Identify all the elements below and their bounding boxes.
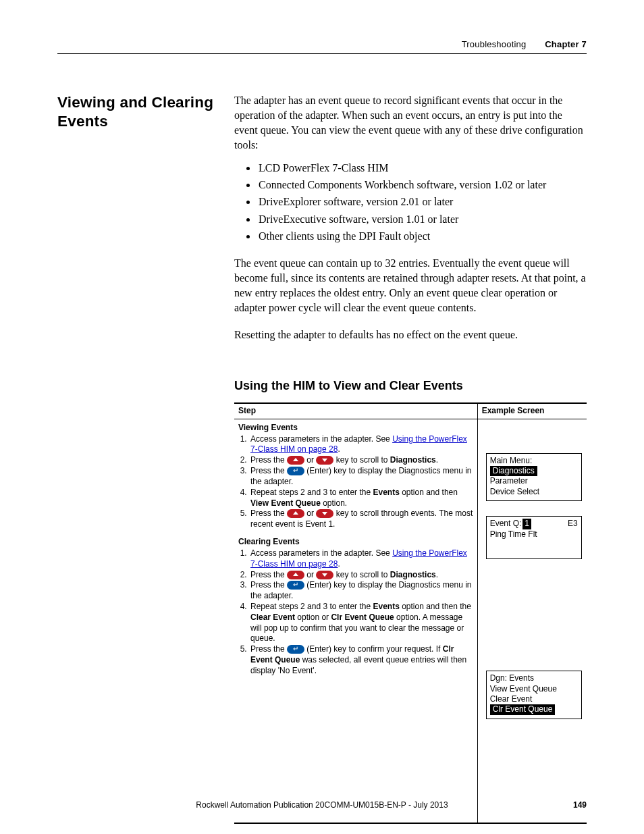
screen-line: Device Select: [490, 487, 578, 497]
screen-line: Ping Time Flt: [490, 529, 578, 540]
screen-line: Clear Event: [490, 694, 578, 704]
step-item: Access parameters in the adapter. See Us…: [249, 548, 473, 570]
footer-publication: Rockwell Automation Publication 20COMM-U…: [57, 800, 587, 810]
example-screen-1: Main Menu: Diagnostics Parameter Device …: [486, 453, 582, 501]
header-rule: [57, 53, 587, 54]
step-item: Press the ↵ (Enter) key to confirm your …: [249, 644, 473, 676]
step-item: Repeat steps 2 and 3 to enter the Events…: [249, 602, 473, 644]
enter-key-icon: ↵: [287, 467, 304, 475]
screen-line: Parameter: [490, 476, 578, 486]
section-heading: Viewing and Clearing Events: [57, 93, 219, 131]
list-item: Connected Components Workbench software,…: [257, 178, 587, 192]
running-header: Troubleshooting Chapter 7: [57, 39, 587, 54]
up-key-icon: [287, 571, 304, 579]
screen-highlight: 1: [522, 519, 531, 529]
body-paragraph: The event queue can contain up to 32 ent…: [234, 256, 587, 315]
down-key-icon: [316, 571, 333, 579]
list-item: Other clients using the DPI Fault object: [257, 229, 587, 244]
page-footer: Rockwell Automation Publication 20COMM-U…: [57, 800, 587, 810]
step-item: Press the ↵ (Enter) key to display the D…: [249, 580, 473, 602]
screen-highlight: Clr Event Queue: [490, 704, 556, 714]
example-screen-cell: Main Menu: Diagnostics Parameter Device …: [477, 419, 587, 823]
tools-list: LCD PowerFlex 7-Class HIM Connected Comp…: [234, 161, 587, 243]
up-key-icon: [287, 509, 304, 518]
intro-paragraph: The adapter has an event queue to record…: [234, 93, 587, 153]
clearing-steps: Access parameters in the adapter. See Us…: [238, 548, 473, 677]
body-paragraph: Resetting the adapter to defaults has no…: [234, 328, 587, 342]
steps-table: Step Example Screen Viewing Events Acces…: [234, 402, 587, 824]
col-header-step: Step: [234, 403, 477, 419]
steps-cell: Viewing Events Access parameters in the …: [234, 419, 477, 823]
enter-key-icon: ↵: [287, 645, 304, 654]
enter-key-icon: ↵: [287, 581, 304, 590]
example-screen-2: Event Q: 1 E3 Ping Time Flt: [486, 516, 582, 559]
list-item: DriveExecutive software, version 1.01 or…: [257, 212, 587, 227]
screen-line: Dgn: Events: [490, 673, 578, 683]
sub-heading: Using the HIM to View and Clear Events: [234, 377, 587, 394]
page-number: 149: [573, 800, 587, 810]
example-screen-3: Dgn: Events View Event Queue Clear Event…: [486, 671, 582, 719]
header-section: Troubleshooting: [462, 39, 527, 49]
step-item: Press the or key to scroll to Diagnostic…: [249, 570, 473, 581]
clearing-events-title: Clearing Events: [238, 537, 473, 548]
screen-line: E3: [568, 519, 578, 529]
list-item: DriveExplorer software, version 2.01 or …: [257, 194, 587, 209]
list-item: LCD PowerFlex 7-Class HIM: [257, 161, 587, 176]
viewing-events-title: Viewing Events: [238, 423, 473, 434]
col-header-screen: Example Screen: [477, 403, 587, 419]
screen-highlight: Diagnostics: [490, 466, 537, 476]
down-key-icon: [316, 456, 333, 465]
header-chapter: Chapter 7: [545, 39, 587, 49]
screen-line: View Event Queue: [490, 684, 578, 694]
step-item: Press the or key to scroll through event…: [249, 509, 473, 530]
down-key-icon: [316, 509, 333, 518]
viewing-steps: Access parameters in the adapter. See Us…: [238, 434, 473, 530]
step-item: Press the or key to scroll to Diagnostic…: [249, 455, 473, 466]
screen-line: Event Q:: [490, 519, 522, 529]
step-item: Access parameters in the adapter. See Us…: [249, 434, 473, 456]
step-item: Press the ↵ (Enter) key to display the D…: [249, 466, 473, 488]
screen-line: Main Menu:: [490, 456, 578, 466]
up-key-icon: [287, 456, 304, 465]
step-item: Repeat steps 2 and 3 to enter the Events…: [249, 488, 473, 509]
